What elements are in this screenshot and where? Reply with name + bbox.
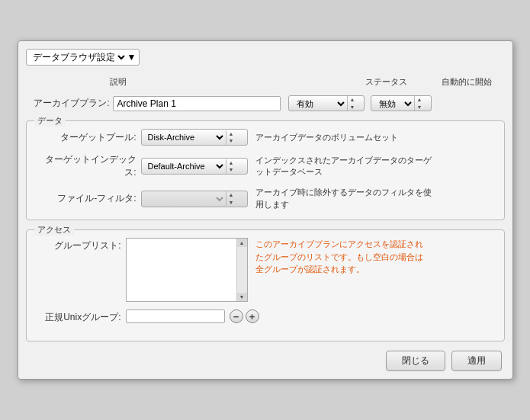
target-index-select[interactable]: Default-Archive bbox=[142, 159, 226, 174]
close-button[interactable]: 閉じる bbox=[386, 351, 445, 371]
col-description-header: 説明 bbox=[110, 77, 127, 86]
target-pool-desc: アーカイブデータのボリュームセット bbox=[255, 132, 398, 143]
target-pool-select[interactable]: Disk-Archive bbox=[142, 130, 226, 145]
file-filter-desc: アーカイブ時に除外するデータのフィルタを使用します bbox=[255, 187, 438, 210]
file-filter-down-button[interactable]: ▼ bbox=[226, 199, 236, 207]
unix-group-label: 正規Unixグループ: bbox=[37, 309, 121, 324]
autostart-select[interactable]: 無効 bbox=[371, 97, 414, 111]
file-filter-row: ファイル-フィルタ: ▲ ▼ アーカイブ時に除外するデータのフィルタを使用します bbox=[37, 187, 493, 210]
status-up-button[interactable]: ▲ bbox=[348, 96, 358, 104]
target-pool-row: ターゲットプール: Disk-Archive ▲ ▼ アーカイブデータのボリュー… bbox=[37, 129, 493, 146]
file-filter-select-wrapper[interactable]: ▲ ▼ bbox=[141, 191, 248, 207]
autostart-select-wrapper[interactable]: 無効 ▲ ▼ bbox=[371, 95, 432, 111]
footer-row: 閉じる 適用 bbox=[26, 351, 505, 371]
file-filter-label: ファイル-フィルタ: bbox=[37, 192, 137, 205]
title-select-wrapper[interactable]: データブラウザ設定 ▼ bbox=[26, 49, 140, 66]
archive-plan-row: アーカイブプラン: 有効 ▲ ▼ 無効 ▲ ▼ bbox=[26, 95, 505, 111]
target-index-down-button[interactable]: ▼ bbox=[226, 166, 236, 174]
archive-plan-name-input[interactable] bbox=[113, 96, 281, 111]
archive-plan-label: アーカイブプラン: bbox=[34, 97, 110, 110]
unix-group-buttons: − + bbox=[230, 309, 259, 323]
autostart-down-button[interactable]: ▼ bbox=[415, 104, 425, 111]
main-dialog: データブラウザ設定 ▼ 説明 ステータス 自動的に開始 アーカイブプラン: 有効… bbox=[18, 40, 513, 380]
target-pool-label: ターゲットプール: bbox=[37, 131, 137, 144]
group-list-textarea[interactable] bbox=[127, 239, 238, 301]
target-index-spinner[interactable]: ▲ ▼ bbox=[226, 159, 236, 174]
access-section: アクセス グループリスト: ▲ ▼ このアーカイブプランにアクセスを認証されたグ… bbox=[26, 229, 505, 341]
target-pool-up-button[interactable]: ▲ bbox=[226, 130, 236, 138]
unix-group-minus-button[interactable]: − bbox=[230, 309, 243, 323]
group-list-scrollbar[interactable]: ▲ ▼ bbox=[236, 239, 247, 301]
col-autostart-header: 自動的に開始 bbox=[442, 77, 492, 86]
group-list-row: グループリスト: ▲ ▼ このアーカイブプランにアクセスを認証されたグループのリ… bbox=[37, 238, 493, 302]
scrollbar-down-button[interactable]: ▼ bbox=[237, 293, 247, 301]
unix-group-row: 正規Unixグループ: − + bbox=[37, 309, 493, 324]
file-filter-spinner[interactable]: ▲ ▼ bbox=[226, 191, 236, 206]
title-select[interactable]: データブラウザ設定 bbox=[30, 51, 127, 63]
target-pool-spinner[interactable]: ▲ ▼ bbox=[226, 130, 236, 145]
target-pool-down-button[interactable]: ▼ bbox=[226, 137, 236, 145]
group-list-desc: このアーカイブプランにアクセスを認証されたグループのリストです。もし空白の場合は… bbox=[255, 238, 423, 276]
group-list-container: ▲ ▼ bbox=[126, 238, 248, 302]
column-headers: 説明 ステータス 自動的に開始 bbox=[26, 76, 505, 88]
target-index-row: ターゲットインデックス: Default-Archive ▲ ▼ インデックスさ… bbox=[37, 153, 493, 179]
title-bar: データブラウザ設定 ▼ bbox=[26, 49, 505, 66]
status-select[interactable]: 有効 bbox=[289, 97, 347, 111]
access-section-title: アクセス bbox=[34, 224, 74, 236]
file-filter-up-button[interactable]: ▲ bbox=[226, 191, 236, 199]
target-pool-select-wrapper[interactable]: Disk-Archive ▲ ▼ bbox=[141, 129, 248, 146]
target-index-select-wrapper[interactable]: Default-Archive ▲ ▼ bbox=[141, 158, 248, 175]
group-list-label: グループリスト: bbox=[37, 238, 121, 252]
file-filter-select[interactable] bbox=[142, 191, 226, 207]
col-status-header: ステータス bbox=[365, 77, 407, 86]
status-down-button[interactable]: ▼ bbox=[348, 104, 358, 111]
data-section-title: データ bbox=[34, 115, 66, 127]
status-spinner[interactable]: ▲ ▼ bbox=[347, 96, 358, 111]
unix-group-input[interactable] bbox=[126, 309, 225, 323]
target-index-label: ターゲットインデックス: bbox=[37, 153, 137, 179]
autostart-up-button[interactable]: ▲ bbox=[415, 96, 425, 104]
apply-button[interactable]: 適用 bbox=[451, 351, 502, 371]
autostart-spinner[interactable]: ▲ ▼ bbox=[414, 96, 425, 111]
unix-group-plus-button[interactable]: + bbox=[246, 309, 259, 323]
title-select-arrow-icon: ▼ bbox=[127, 52, 137, 63]
target-index-desc: インデックスされたアーカイブデータのターゲットデータベース bbox=[255, 155, 438, 178]
data-section: データ ターゲットプール: Disk-Archive ▲ ▼ アーカイブデータの… bbox=[26, 120, 505, 220]
status-select-wrapper[interactable]: 有効 ▲ ▼ bbox=[288, 95, 365, 111]
unix-group-controls: − + bbox=[126, 309, 259, 323]
scrollbar-up-button[interactable]: ▲ bbox=[237, 239, 247, 247]
target-index-up-button[interactable]: ▲ bbox=[226, 159, 236, 167]
